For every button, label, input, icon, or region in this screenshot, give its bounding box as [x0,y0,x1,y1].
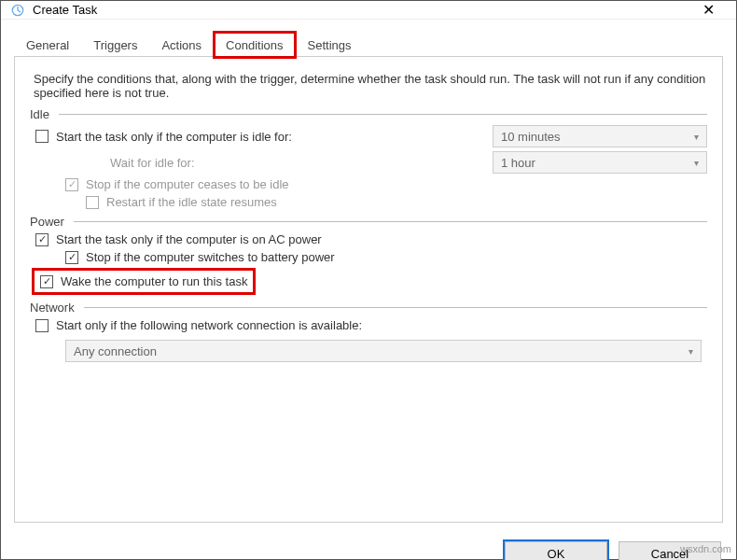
tab-triggers[interactable]: Triggers [81,32,149,58]
idle-group-label: Idle [30,107,49,121]
power-group: Power Start the task only if the compute… [30,215,707,295]
dialog-footer: OK Cancel [1,534,736,560]
chevron-down-icon: ▾ [688,346,693,357]
power-group-label: Power [30,215,64,229]
idle-duration-select[interactable]: 10 minutes ▾ [493,125,707,147]
chevron-down-icon: ▾ [694,158,699,168]
network-start-label: Start only if the following network conn… [56,318,362,332]
tab-settings[interactable]: Settings [296,32,364,58]
wake-label: Wake the computer to run this task [61,274,247,288]
divider [74,221,707,222]
description-text: Specify the conditions that, along with … [34,72,707,100]
tab-panel: Specify the conditions that, along with … [14,56,723,523]
titlebar: Create Task ✕ [1,1,736,20]
dialog-content: General Triggers Actions Conditions Sett… [1,20,736,534]
network-group-label: Network [30,301,75,315]
stop-if-not-idle-label: Stop if the computer ceases to be idle [86,177,289,191]
divider [59,114,707,115]
network-start-checkbox[interactable] [35,319,49,332]
ok-button[interactable]: OK [505,541,607,560]
on-ac-checkbox[interactable] [35,233,49,246]
chevron-down-icon: ▾ [694,132,699,142]
close-button[interactable]: ✕ [689,1,727,19]
tab-conditions[interactable]: Conditions [214,32,295,58]
idle-start-label: Start the task only if the computer is i… [56,130,292,144]
wait-for-idle-label: Wait for idle for: [35,156,195,170]
stop-on-battery-label: Stop if the computer switches to battery… [86,250,335,264]
wake-highlight: Wake the computer to run this task [32,268,256,295]
wait-duration-value: 1 hour [501,156,535,170]
stop-if-not-idle-checkbox[interactable] [65,178,78,191]
network-connection-value: Any connection [74,344,157,358]
idle-group: Idle Start the task only if the computer… [30,107,707,209]
network-group: Network Start only if the following netw… [30,301,707,362]
network-connection-select[interactable]: Any connection ▾ [65,340,702,362]
clock-icon [10,3,25,18]
create-task-window: Create Task ✕ General Triggers Actions C… [0,0,737,560]
divider [84,307,707,308]
watermark: wsxdn.com [680,543,731,554]
idle-start-checkbox[interactable] [35,130,49,143]
window-title: Create Task [33,3,689,17]
idle-duration-value: 10 minutes [501,130,561,144]
wait-duration-select[interactable]: 1 hour ▾ [493,151,707,174]
tabstrip: General Triggers Actions Conditions Sett… [14,31,723,57]
stop-on-battery-checkbox[interactable] [65,251,78,264]
restart-if-idle-checkbox[interactable] [86,196,99,209]
restart-if-idle-label: Restart if the idle state resumes [106,195,277,209]
tab-general[interactable]: General [14,32,81,58]
wake-checkbox[interactable] [40,275,53,288]
tab-actions[interactable]: Actions [149,32,214,58]
on-ac-label: Start the task only if the computer is o… [56,232,322,246]
